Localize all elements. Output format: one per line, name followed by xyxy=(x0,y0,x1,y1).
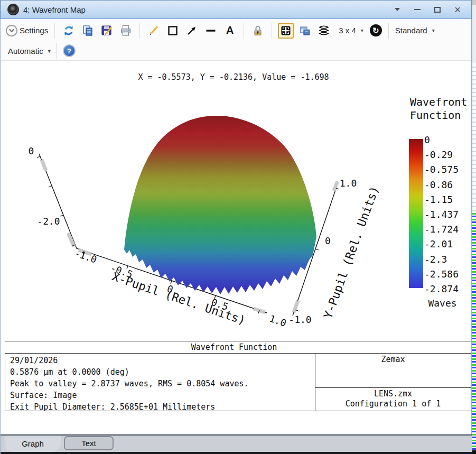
help-button[interactable]: ? xyxy=(63,44,76,57)
footer-ptv-rms: Peak to valley = 2.8737 waves, RMS = 0.8… xyxy=(10,379,249,388)
colorbar-tick: 0 xyxy=(424,134,472,145)
copy-button[interactable] xyxy=(80,23,96,39)
tile-windows-button[interactable] xyxy=(278,23,294,39)
stack-layers-button[interactable] xyxy=(316,23,332,39)
print-button[interactable] xyxy=(118,23,134,39)
arrow-tool-button[interactable] xyxy=(184,23,200,39)
tabbar: Graph Text xyxy=(1,436,472,452)
y-tick-label: 1.0 xyxy=(340,178,357,189)
close-button[interactable]: × xyxy=(453,5,462,14)
settings-button[interactable]: Settings xyxy=(20,26,48,35)
footer-box-top xyxy=(5,353,471,354)
background-sliver-top xyxy=(472,0,476,5)
minimize-icon xyxy=(414,9,421,10)
standard-dropdown[interactable]: Standard xyxy=(395,26,427,35)
colorbar-tick: -2.874 xyxy=(424,283,472,294)
refresh-button[interactable] xyxy=(61,23,77,39)
z-tick xyxy=(37,156,40,157)
window-controls: × xyxy=(393,5,471,14)
colorbar xyxy=(409,139,423,288)
automatic-dropdown[interactable]: Automatic xyxy=(8,47,43,55)
line-icon xyxy=(204,24,217,37)
y-tick-label: -1.0 xyxy=(288,314,311,325)
screen: 4: Wavefront Map × Settings xyxy=(0,0,476,454)
main-toolbar: Settings xyxy=(1,20,471,41)
minimize-button[interactable] xyxy=(413,5,422,14)
tile-windows-icon xyxy=(279,24,292,37)
line-tool-button[interactable] xyxy=(203,23,219,39)
toolbar-separator xyxy=(56,43,57,59)
colorbar-tick: -2.3 xyxy=(424,254,472,264)
wavefront-3d-plot[interactable]: 0 -2.0 -1.0 -0.5 0 0.5 1.0 -1.0 0 1.0 X-… xyxy=(1,61,471,341)
update-all-button[interactable]: ↻ xyxy=(370,24,382,36)
configuration-label: Configuration 1 of 1 xyxy=(346,399,441,409)
file-name: LENS.zmx xyxy=(374,389,412,399)
footer-surface: Surface: Image xyxy=(10,391,77,400)
window-lens-icon xyxy=(7,4,19,15)
graph-panel: X = -0.5573, Y = -0.2136, Value = -1.698 xyxy=(1,61,471,341)
background-window-sliver xyxy=(472,0,476,454)
axis-gray-mark xyxy=(334,181,338,191)
wavefront-surface xyxy=(124,116,316,294)
chevron-down-icon[interactable]: ▾ xyxy=(48,48,51,54)
titlebar[interactable]: 4: Wavefront Map × xyxy=(1,0,472,19)
colorbar-tick: -0.29 xyxy=(424,149,472,160)
arrow-icon xyxy=(185,24,198,37)
toolbar-separator xyxy=(139,23,140,39)
colorbar-tick: -0.86 xyxy=(424,179,472,190)
lock-button[interactable] xyxy=(250,23,266,39)
text-tool-button[interactable]: A xyxy=(222,23,238,39)
x-tick-label: -1.0 xyxy=(73,247,98,265)
toolbar-separator xyxy=(54,23,55,39)
save-button[interactable] xyxy=(99,23,115,39)
stack-layers-icon xyxy=(317,24,331,38)
footer-date: 29/01/2026 xyxy=(10,356,58,365)
z-tick xyxy=(60,215,63,216)
colorbar-tick: -1.437 xyxy=(424,209,472,219)
settings-chevron-icon[interactable] xyxy=(6,25,17,36)
clone-window-icon xyxy=(298,24,311,37)
y-tick-label: 0 xyxy=(325,235,331,246)
colorbar-unit: Waves xyxy=(420,298,465,309)
save-icon xyxy=(100,24,113,37)
chevron-down-icon[interactable]: ▾ xyxy=(432,27,435,33)
rectangle-icon xyxy=(166,24,179,37)
toolbar-separator xyxy=(272,23,272,39)
print-icon xyxy=(119,24,132,37)
lens-summary-text: 29/01/20260.5876 µm at 0.0000 (deg)Peak … xyxy=(10,355,249,413)
tab-graph[interactable]: Graph xyxy=(5,436,61,452)
window-bottom-edge xyxy=(1,452,472,454)
colorbar-title: WavefrontFunction xyxy=(410,96,467,122)
tab-text[interactable]: Text xyxy=(64,436,114,450)
clone-window-button[interactable] xyxy=(297,23,313,39)
maximize-button[interactable] xyxy=(433,5,442,14)
background-sliver-colored-rows xyxy=(472,211,476,450)
chevron-down-icon xyxy=(395,8,400,11)
secondary-toolbar: Automatic ▾ ? xyxy=(1,41,471,61)
brand-label: Zemax xyxy=(315,355,471,364)
chevron-down-icon[interactable]: ▾ xyxy=(361,27,363,33)
colorbar-tick: -2.586 xyxy=(424,268,472,279)
maximize-icon xyxy=(434,7,441,13)
colorbar-tick: -2.01 xyxy=(424,238,472,249)
pencil-annotate-button[interactable] xyxy=(146,23,162,39)
background-sliver-rows xyxy=(472,63,476,211)
colorbar-tick: -1.15 xyxy=(424,194,472,205)
window-title: 4: Wavefront Map xyxy=(23,5,86,14)
background-sliver-bottom xyxy=(472,450,476,454)
footer-wavelength: 0.5876 µm at 0.0000 (deg) xyxy=(10,367,129,377)
footer-exit-pupil: Exit Pupil Diameter: 2.5685E+01 Millimet… xyxy=(10,402,215,412)
z-tick xyxy=(49,186,52,187)
window-menu-button[interactable] xyxy=(393,5,402,14)
pencil-icon xyxy=(147,24,160,37)
colorbar-title-line1: Wavefront xyxy=(410,96,467,108)
refresh-icon xyxy=(62,24,75,37)
grid-size-dropdown[interactable]: 3 x 4 xyxy=(339,26,356,35)
axis-gray-mark xyxy=(42,160,46,171)
file-config-label: LENS.zmxConfiguration 1 of 1 xyxy=(315,389,471,409)
toolbar-separator xyxy=(244,23,244,39)
y-tick xyxy=(315,249,319,250)
rectangle-tool-button[interactable] xyxy=(165,23,181,39)
wavefront-map-window: 4: Wavefront Map × Settings xyxy=(0,0,472,454)
footer-title: Wavefront Function xyxy=(1,342,467,352)
